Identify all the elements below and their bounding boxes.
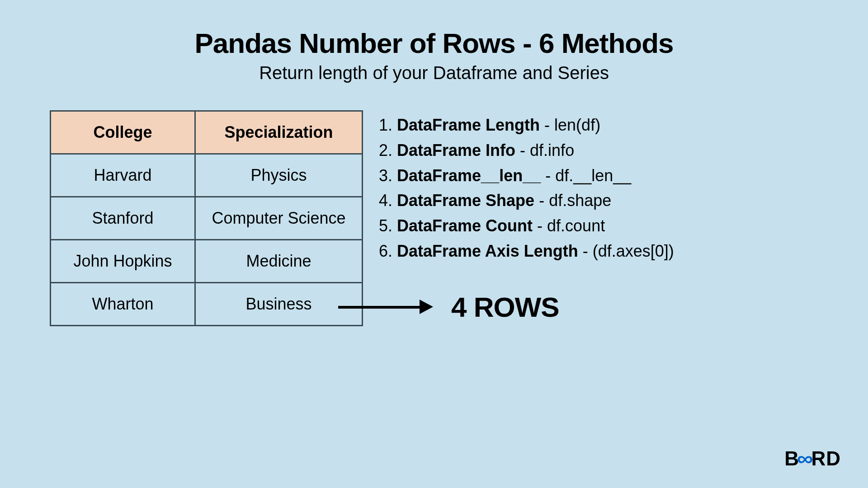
- page-subtitle: Return length of your Dataframe and Seri…: [0, 63, 868, 83]
- methods-container: DataFrame Length - len(df) DataFrame Inf…: [379, 110, 674, 326]
- table-header-college: College: [51, 111, 195, 154]
- dataframe-table-container: College Specialization Harvard Physics S…: [50, 110, 363, 326]
- method-code: - df.count: [537, 216, 605, 235]
- table-row: John Hopkins Medicine: [51, 240, 363, 283]
- result-text: 4 ROWS: [451, 291, 559, 323]
- method-code: - df.shape: [539, 191, 611, 210]
- table-row: Stanford Computer Science: [51, 197, 363, 240]
- method-name: DataFrame Info: [397, 141, 515, 160]
- method-code: - (df.axes[0]): [583, 242, 674, 260]
- table-cell: Harvard: [51, 154, 195, 197]
- method-name: DataFrame Count: [397, 216, 533, 235]
- table-row: Wharton Business: [51, 283, 363, 326]
- board-logo: B∞RD: [784, 447, 841, 470]
- arrow-icon: [338, 298, 433, 316]
- method-name: DataFrame__len__: [397, 166, 541, 185]
- method-item: DataFrame Axis Length - (df.axes[0]): [379, 239, 674, 264]
- method-name: DataFrame Axis Length: [397, 242, 578, 260]
- method-code: - df.info: [520, 141, 574, 160]
- content-area: College Specialization Harvard Physics S…: [0, 83, 868, 326]
- table-cell: Stanford: [51, 197, 195, 240]
- dataframe-table: College Specialization Harvard Physics S…: [50, 110, 363, 326]
- table-cell: Business: [195, 283, 363, 326]
- table-header-specialization: Specialization: [195, 111, 363, 154]
- table-row: Harvard Physics: [51, 154, 363, 197]
- table-cell: Wharton: [51, 283, 195, 326]
- method-item: DataFrame Length - len(df): [379, 113, 674, 138]
- method-item: DataFrame__len__ - df.__len__: [379, 163, 674, 188]
- header: Pandas Number of Rows - 6 Methods Return…: [0, 0, 868, 83]
- method-code: - len(df): [544, 116, 600, 134]
- infinity-icon: ∞: [797, 447, 814, 470]
- method-code: - df.__len__: [545, 166, 631, 185]
- arrow-result-container: 4 ROWS: [338, 291, 674, 323]
- method-name: DataFrame Shape: [397, 191, 534, 210]
- table-cell: Physics: [195, 154, 363, 197]
- table-header-row: College Specialization: [51, 111, 363, 154]
- logo-part3: RD: [811, 447, 841, 470]
- arrow-head: [420, 300, 433, 314]
- methods-list: DataFrame Length - len(df) DataFrame Inf…: [379, 113, 674, 264]
- table-cell: John Hopkins: [51, 240, 195, 283]
- method-name: DataFrame Length: [397, 116, 540, 134]
- table-cell: Medicine: [195, 240, 363, 283]
- method-item: DataFrame Info - df.info: [379, 138, 674, 163]
- method-item: DataFrame Count - df.count: [379, 213, 674, 239]
- page-title: Pandas Number of Rows - 6 Methods: [0, 27, 868, 59]
- table-cell: Computer Science: [195, 197, 363, 240]
- arrow-line: [338, 306, 422, 309]
- method-item: DataFrame Shape - df.shape: [379, 188, 674, 213]
